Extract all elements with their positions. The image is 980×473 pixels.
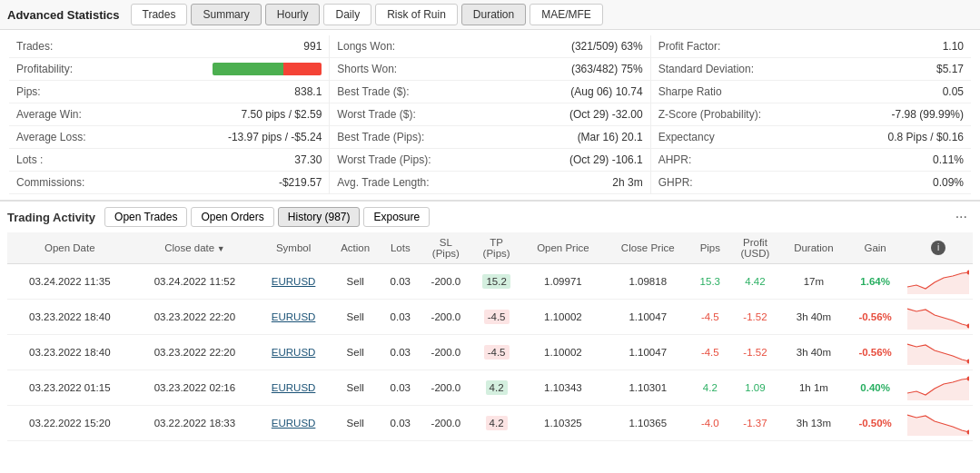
stat-trades: Trades: 991 [9,35,329,58]
th-open-price: Open Price [521,232,605,264]
cell-close-price: 1.09818 [605,264,690,300]
cell-open-price: 1.09971 [521,264,605,300]
th-lots: Lots [381,232,420,264]
stat-pips: Pips: 838.1 [9,81,329,103]
cell-profit: -1.52 [729,335,780,370]
table-row: 03.23.2022 18:40 03.23.2022 22:20 EURUSD… [7,335,973,370]
th-sl: SL(Pips) [420,232,471,264]
cell-action: Sell [330,370,381,406]
cell-pips: -4.0 [690,406,729,441]
cell-open-date: 03.24.2022 11:35 [7,264,133,300]
tab-mae-mfe[interactable]: MAE/MFE [530,4,603,25]
cell-symbol[interactable]: EURUSD [257,264,330,300]
cell-lots: 0.03 [381,335,420,370]
cell-action: Sell [330,406,381,441]
cell-profit: 4.42 [729,264,780,300]
stat-profit-factor: Profit Factor: 1.10 [651,35,971,58]
cell-sl: -200.0 [420,335,471,370]
cell-symbol[interactable]: EURUSD [257,300,330,335]
cell-profit: -1.52 [729,300,780,335]
cell-lots: 0.03 [381,264,420,300]
tab-history[interactable]: History (987) [278,207,361,227]
cell-sl: -200.0 [420,406,471,441]
stat-profitability: Profitability: [9,58,329,81]
svg-marker-0 [907,272,969,294]
tab-daily[interactable]: Daily [323,4,371,25]
cell-gain: -0.56% [846,335,904,370]
th-close-price: Close Price [605,232,690,264]
svg-marker-6 [907,379,969,400]
cell-pips: -4.5 [690,335,729,370]
th-gain: Gain [846,232,904,264]
cell-sparkline [904,406,973,441]
trading-header: Trading Activity Open Trades Open Orders… [7,207,973,227]
cell-sparkline [904,370,973,406]
cell-duration: 17m [781,264,847,300]
cell-sparkline [904,300,973,335]
cell-duration: 1h 1m [781,370,847,406]
cell-symbol[interactable]: EURUSD [257,406,330,441]
tab-hourly[interactable]: Hourly [265,4,321,25]
tab-risk-of-ruin[interactable]: Risk of Ruin [375,4,458,25]
cell-close-price: 1.10047 [605,300,690,335]
cell-profit: -1.37 [729,406,780,441]
tab-open-orders[interactable]: Open Orders [191,207,273,227]
tab-summary[interactable]: Summary [191,4,261,25]
th-close-date[interactable]: Close date [133,232,258,264]
trading-activity-section: Trading Activity Open Trades Open Orders… [0,202,980,441]
cell-tp: 4.2 [472,370,521,406]
table-row: 03.22.2022 15:20 03.22.2022 18:33 EURUSD… [7,406,973,441]
cell-lots: 0.03 [381,370,420,406]
cell-tp: -4.5 [472,300,521,335]
cell-close-date: 03.23.2022 02:16 [133,370,258,406]
cell-sl: -200.0 [420,264,471,300]
cell-lots: 0.03 [381,300,420,335]
cell-open-price: 1.10002 [521,335,605,370]
cell-action: Sell [330,300,381,335]
cell-close-price: 1.10301 [605,370,690,406]
stats-col-3: Profit Factor: 1.10 Standard Deviation: … [651,35,971,194]
stat-worst-trade-pips: Worst Trade (Pips): (Oct 29) -106.1 [330,149,649,172]
th-open-date: Open Date [7,232,133,264]
th-symbol: Symbol [257,232,330,264]
cell-action: Sell [330,335,381,370]
cell-pips: -4.5 [690,300,729,335]
cell-open-price: 1.10325 [521,406,605,441]
trading-tabs: Open Trades Open Orders History (987) Ex… [104,207,946,227]
tab-open-trades[interactable]: Open Trades [104,207,187,227]
cell-close-date: 03.22.2022 18:33 [133,406,258,441]
table-header-row: Open Date Close date Symbol Action Lots … [7,232,973,264]
cell-open-date: 03.23.2022 01:15 [7,370,133,406]
stat-expectancy: Expectancy 0.8 Pips / $0.16 [651,126,971,149]
cell-close-date: 03.23.2022 22:20 [133,300,258,335]
th-pips: Pips [690,232,729,264]
stat-ghpr: GHPR: 0.09% [651,172,971,194]
cell-close-date: 03.23.2022 22:20 [133,335,258,370]
tab-trades[interactable]: Trades [131,4,188,25]
tab-duration[interactable]: Duration [461,4,526,25]
cell-symbol[interactable]: EURUSD [257,335,330,370]
cell-lots: 0.03 [381,406,420,441]
top-navigation: Advanced Statistics Trades Summary Hourl… [0,0,980,30]
cell-tp: 15.2 [472,264,521,300]
stat-avg-trade-length: Avg. Trade Length: 2h 3m [330,172,649,194]
cell-action: Sell [330,264,381,300]
stat-z-score: Z-Score (Probability): -7.98 (99.99%) [651,103,971,126]
cell-open-price: 1.10002 [521,300,605,335]
tab-exposure[interactable]: Exposure [363,207,430,227]
cell-tp: -4.5 [472,335,521,370]
cell-symbol[interactable]: EURUSD [257,370,330,406]
dots-menu-icon[interactable]: ··· [950,207,973,227]
cell-duration: 3h 40m [781,300,847,335]
info-icon[interactable]: i [931,241,945,255]
stat-longs-won: Longs Won: (321/509) 63% [330,35,649,58]
cell-pips: 15.3 [690,264,729,300]
cell-sl: -200.0 [420,300,471,335]
profitability-bar [73,63,322,75]
cell-open-price: 1.10343 [521,370,605,406]
cell-close-price: 1.10365 [605,406,690,441]
stat-shorts-won: Shorts Won: (363/482) 75% [330,58,649,81]
trade-table: Open Date Close date Symbol Action Lots … [7,232,973,441]
cell-sl: -200.0 [420,370,471,406]
stat-commissions: Commissions: -$219.57 [9,172,329,194]
